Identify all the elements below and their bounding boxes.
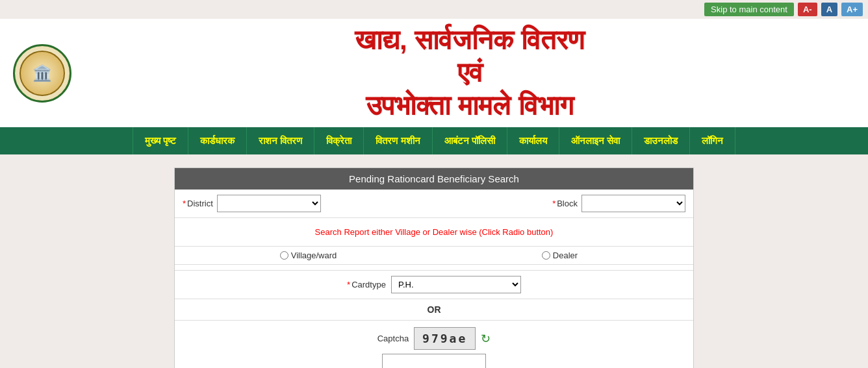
font-decrease-button[interactable]: A- (798, 3, 817, 16)
radio-row: Village/ward Dealer (175, 247, 693, 265)
department-name: खाद्य, सार्वजनिक वितरण एवं उपभोक्ता मामल… (84, 24, 855, 122)
skip-to-main-button[interactable]: Skip to main content (704, 3, 794, 16)
captcha-input[interactable] (382, 354, 486, 368)
search-note-row: Search Report either Village or Dealer w… (175, 218, 693, 247)
navigation: मुख्य पृष्ट कार्डधारक राशन वितरण विक्रेत… (0, 127, 868, 154)
cardtype-select[interactable]: P.H. AAY BPL APL (391, 276, 521, 293)
village-radio-group: Village/ward (183, 251, 434, 260)
search-note: Search Report either Village or Dealer w… (183, 223, 685, 241)
or-row: OR (175, 299, 693, 321)
nav-online[interactable]: ऑनलाइन सेवा (559, 127, 632, 154)
captcha-label: Captcha (377, 334, 409, 343)
nav-ration[interactable]: राशन वितरण (247, 127, 314, 154)
dealer-label: Dealer (553, 251, 578, 260)
spacer-row (175, 265, 693, 271)
district-field-group: *District (183, 195, 434, 212)
nav-cardholder[interactable]: कार्डधारक (188, 127, 247, 154)
district-block-row: *District *Block (175, 190, 693, 218)
captcha-display-row: Captcha 979ae ↻ (377, 327, 491, 350)
cardtype-row: *Cardtype P.H. AAY BPL APL (175, 271, 693, 299)
refresh-captcha-icon[interactable]: ↻ (481, 332, 491, 346)
logo: 🏛️ (13, 44, 71, 103)
village-radio[interactable] (280, 251, 288, 260)
village-ward-label: Village/ward (291, 251, 337, 260)
header: 🏛️ खाद्य, सार्वजनिक वितरण एवं उपभोक्ता म… (0, 19, 868, 127)
main-content: Pending Rationcard Beneficiary Search *D… (0, 154, 868, 368)
cardtype-label: *Cardtype (347, 280, 386, 289)
header-title: खाद्य, सार्वजनिक वितरण एवं उपभोक्ता मामल… (84, 24, 855, 122)
top-bar: Skip to main content A- A A+ (0, 0, 868, 19)
block-field-group: *Block (434, 195, 685, 212)
district-select[interactable] (217, 195, 321, 212)
captcha-image: 979ae (414, 327, 476, 350)
district-label: *District (183, 199, 213, 208)
dealer-radio-group: Dealer (434, 251, 685, 260)
dealer-radio[interactable] (542, 251, 550, 260)
captcha-row: Captcha 979ae ↻ (175, 321, 693, 368)
font-normal-button[interactable]: A (821, 3, 837, 16)
form-title: Pending Rationcard Beneficiary Search (175, 168, 693, 190)
nav-office[interactable]: कार्यालय (507, 127, 559, 154)
nav-seller[interactable]: विक्रेता (314, 127, 364, 154)
font-increase-button[interactable]: A+ (841, 3, 863, 16)
nav-policy[interactable]: आबंटन पॉलिसी (433, 127, 507, 154)
search-form-container: Pending Rationcard Beneficiary Search *D… (174, 167, 694, 368)
emblem-icon: 🏛️ (19, 51, 65, 96)
nav-login[interactable]: लॉगिन (690, 127, 735, 154)
nav-machine[interactable]: वितरण मशीन (364, 127, 432, 154)
block-label: *Block (552, 199, 578, 208)
nav-home[interactable]: मुख्य पृष्ट (133, 127, 188, 154)
nav-download[interactable]: डाउनलोड (632, 127, 690, 154)
block-select[interactable] (581, 195, 685, 212)
